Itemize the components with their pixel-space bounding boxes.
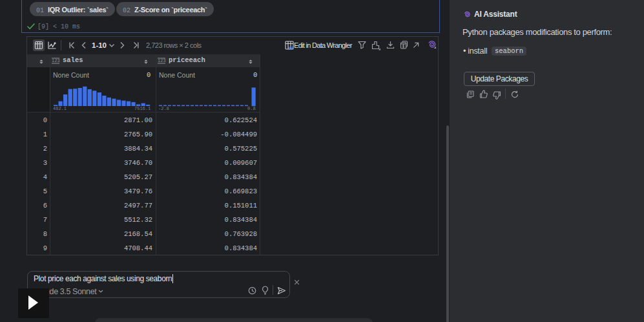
svg-text:W: W xyxy=(289,45,294,50)
